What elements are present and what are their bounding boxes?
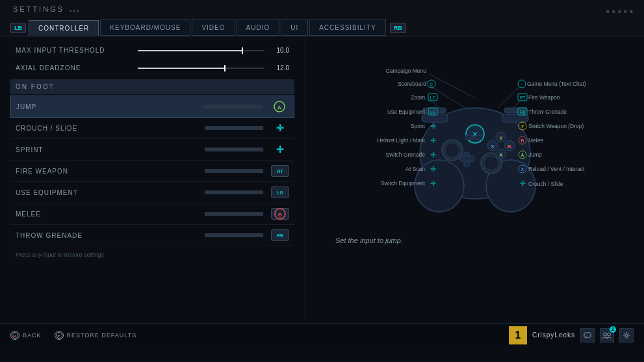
- players-count: 2: [610, 326, 616, 333]
- back-label: BACK: [23, 332, 42, 339]
- max-input-threshold-row[interactable]: MAX INPUT THRESHOLD 10.0: [10, 44, 294, 57]
- max-input-threshold-value: 10.0: [270, 47, 289, 54]
- tab-accessibility[interactable]: ACCESSIBILITY: [309, 19, 385, 36]
- binding-use-equipment[interactable]: USE EQUIPMENT LG: [10, 182, 294, 203]
- tab-audio[interactable]: AUDIO: [237, 19, 280, 36]
- svg-point-31: [446, 144, 459, 157]
- binding-fire-weapon-label: FIRE WEAPON: [16, 168, 205, 175]
- binding-melee-label: MELEE: [16, 211, 205, 218]
- footer-left: B BACK Y RESTORE DEFAULTS: [10, 331, 136, 340]
- binding-sprint-value: [205, 148, 263, 151]
- binding-use-equipment-label: USE EQUIPMENT: [16, 189, 205, 196]
- controller-diagram: ✕ Y B X: [326, 49, 625, 231]
- axial-deadzone-slider[interactable]: [138, 68, 264, 69]
- restore-defaults-button[interactable]: Y RESTORE DEFAULTS: [55, 331, 137, 340]
- svg-text:✛: ✛: [430, 136, 435, 144]
- tab-video[interactable]: VIDEO: [192, 19, 235, 36]
- tab-bar: LB CONTROLLER KEYBOARD/MOUSE VIDEO AUDIO…: [10, 19, 634, 36]
- svg-text:Throw Grenade: Throw Grenade: [528, 109, 567, 115]
- tab-keyboard-mouse[interactable]: KEYBOARD/MOUSE: [100, 19, 190, 36]
- back-badge: B: [10, 331, 19, 340]
- binding-crouch-label: CROUCH / SLIDE: [16, 125, 205, 132]
- back-button[interactable]: B BACK: [10, 331, 42, 340]
- tab-ui[interactable]: UI: [281, 19, 308, 36]
- svg-point-97: [625, 334, 628, 337]
- left-panel: MAX INPUT THRESHOLD 10.0 AXIAL DEADZONE …: [0, 36, 305, 323]
- svg-text:Zoom: Zoom: [411, 94, 425, 101]
- tab-controller[interactable]: CONTROLLER: [29, 20, 99, 36]
- restore-label: RESTORE DEFAULTS: [67, 332, 137, 339]
- binding-throw-grenade-key: RB: [271, 229, 289, 241]
- on-foot-section-header: ON FOOT: [10, 79, 294, 94]
- settings-header: SETTINGS • • • ■ ■ ■ ■ ■ LB CONTROLLER K…: [0, 0, 644, 36]
- page-title: SETTINGS: [10, 5, 64, 13]
- svg-text:···: ···: [520, 83, 522, 86]
- svg-point-96: [608, 333, 611, 336]
- svg-line-13: [498, 86, 521, 108]
- svg-text:Sprint: Sprint: [410, 123, 425, 129]
- binding-jump-value: [204, 105, 263, 109]
- binding-fire-weapon[interactable]: FIRE WEAPON RT: [10, 161, 294, 182]
- player-number-badge: 1: [509, 326, 527, 344]
- players-icon[interactable]: 2: [600, 328, 614, 343]
- svg-text:Scoreboard: Scoreboard: [398, 81, 426, 87]
- svg-rect-45: [476, 135, 482, 140]
- binding-crouch-slide[interactable]: CROUCH / SLIDE ✛: [10, 118, 294, 139]
- svg-text:Use Equipment: Use Equipment: [387, 109, 425, 115]
- svg-text:B: B: [278, 212, 282, 218]
- username-label: CrispyLeeks: [532, 331, 575, 339]
- restore-badge: Y: [55, 331, 64, 340]
- main-content: MAX INPUT THRESHOLD 10.0 AXIAL DEADZONE …: [0, 36, 644, 323]
- lb-button[interactable]: LB: [10, 23, 26, 33]
- svg-text:AI Scan: AI Scan: [406, 166, 425, 172]
- svg-text:✛: ✛: [430, 165, 435, 173]
- svg-text:Y: Y: [521, 124, 524, 129]
- binding-crouch-value: [205, 126, 263, 130]
- binding-throw-grenade[interactable]: THROW GRENADE RB: [10, 225, 294, 246]
- svg-text:LC: LC: [430, 96, 435, 100]
- axial-deadzone-row[interactable]: AXIAL DEADZONE 12.0: [10, 62, 294, 74]
- binding-melee[interactable]: MELEE B: [10, 203, 294, 225]
- reset-text: Press any input to restore settings: [10, 246, 294, 263]
- svg-rect-44: [465, 135, 472, 140]
- svg-text:X: X: [521, 167, 524, 172]
- binding-use-equipment-value: [205, 190, 263, 194]
- svg-text:B: B: [13, 334, 16, 338]
- settings-icon[interactable]: [619, 328, 634, 343]
- svg-rect-93: [584, 333, 591, 337]
- binding-jump-label: JUMP: [16, 103, 204, 110]
- rb-button[interactable]: RB: [390, 23, 406, 33]
- binding-throw-grenade-value: [205, 233, 263, 237]
- svg-text:A: A: [521, 153, 524, 157]
- svg-text:Crouch / Slide: Crouch / Slide: [528, 181, 563, 187]
- binding-fire-weapon-key: RT: [271, 165, 289, 177]
- svg-text:Helmet Light / Mark: Helmet Light / Mark: [377, 137, 425, 144]
- svg-text:A: A: [499, 152, 503, 158]
- svg-marker-94: [586, 337, 587, 339]
- svg-text:Game Menu (Text Chat): Game Menu (Text Chat): [527, 81, 586, 87]
- svg-text:B: B: [521, 138, 524, 143]
- binding-sprint[interactable]: SPRINT ✛: [10, 139, 294, 161]
- svg-rect-35: [460, 156, 474, 161]
- header-right-text: ■ ■ ■ ■ ■: [606, 8, 634, 14]
- binding-jump-key: A: [270, 101, 289, 112]
- svg-text:B: B: [508, 144, 511, 149]
- svg-text:A: A: [277, 105, 281, 110]
- svg-point-95: [604, 333, 607, 336]
- max-input-threshold-slider[interactable]: [138, 50, 264, 51]
- svg-text:Switch Weapon (Drop): Switch Weapon (Drop): [528, 123, 584, 129]
- axial-deadzone-value: 12.0: [270, 64, 289, 71]
- svg-text:Melee: Melee: [528, 137, 543, 144]
- binding-melee-key: B: [271, 208, 289, 220]
- svg-line-4: [430, 74, 475, 98]
- chat-icon[interactable]: [580, 328, 595, 343]
- binding-jump[interactable]: JUMP A: [10, 96, 294, 118]
- svg-text:✛: ✛: [430, 179, 435, 187]
- svg-text:✛: ✛: [519, 179, 525, 187]
- max-input-threshold-label: MAX INPUT THRESHOLD: [16, 47, 133, 54]
- binding-sprint-label: SPRINT: [16, 146, 205, 153]
- binding-crouch-key: ✛: [271, 122, 289, 134]
- right-panel: ✕ Y B X: [305, 36, 644, 323]
- svg-text:Y: Y: [57, 334, 60, 338]
- svg-text:Switch Grenade: Switch Grenade: [385, 151, 425, 158]
